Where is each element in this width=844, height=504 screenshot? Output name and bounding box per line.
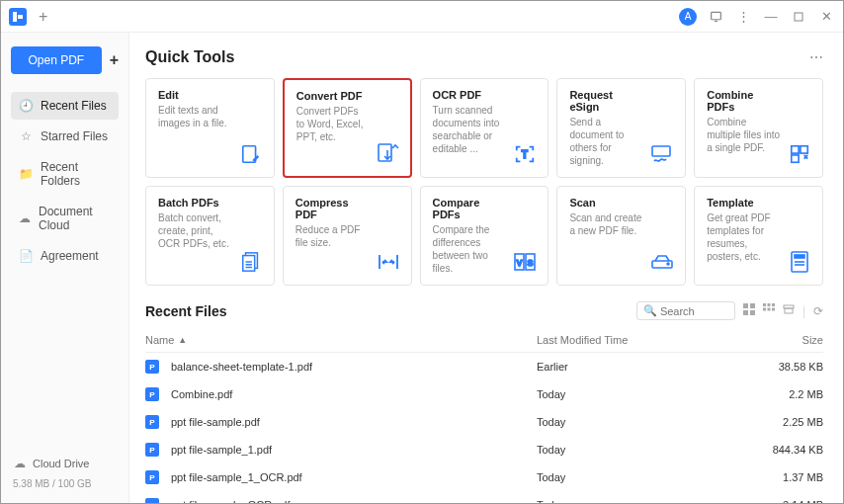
svg-text:V: V [517, 258, 523, 268]
open-pdf-button[interactable]: Open PDF [11, 46, 102, 74]
svg-rect-37 [785, 308, 793, 313]
svg-rect-12 [243, 256, 255, 272]
col-modified-header[interactable]: Last Modified Time [537, 334, 754, 346]
search-input[interactable] [660, 305, 731, 317]
sidebar-item-document-cloud[interactable]: ☁Document Cloud [11, 198, 119, 239]
tool-card-combine-pdfs[interactable]: Combine PDFsCombine multiple files into … [694, 78, 823, 178]
convert-icon [375, 140, 400, 166]
file-row[interactable]: Pppt file-sample_OCR.pdfToday3.14 MB [145, 491, 823, 503]
svg-rect-30 [763, 303, 766, 306]
file-row[interactable]: Pppt file-sample_1_OCR.pdfToday1.37 MB [145, 463, 823, 491]
card-title: Compress PDF [295, 197, 370, 220]
tool-card-compare-pdfs[interactable]: Compare PDFsCompare the differences betw… [420, 186, 549, 286]
minimize-button[interactable]: — [762, 8, 780, 26]
sidebar-item-recent-files[interactable]: 🕘Recent Files [11, 92, 119, 120]
card-subtitle: Edit texts and images in a file. [158, 104, 232, 129]
maximize-button[interactable] [790, 8, 807, 26]
tool-card-scan[interactable]: ScanScan and create a new PDF file. [556, 186, 686, 286]
file-name: ppt file-sample_OCR.pdf [171, 499, 290, 503]
file-row[interactable]: Pppt file-sample.pdfToday2.25 MB [145, 408, 823, 436]
file-size: 1.37 MB [754, 471, 823, 483]
file-modified: Earlier [537, 361, 754, 373]
file-name: ppt file-sample_1_OCR.pdf [171, 471, 302, 483]
sidebar-item-label: Recent Files [41, 99, 107, 113]
tool-card-compress-pdf[interactable]: Compress PDFReduce a PDF file size. [283, 186, 412, 286]
file-size: 3.14 MB [754, 499, 823, 503]
card-subtitle: Convert PDFs to Word, Excel, PPT, etc. [296, 105, 369, 143]
batch-icon [238, 249, 264, 275]
pdf-file-icon: P [145, 470, 159, 484]
combine-icon [787, 141, 812, 167]
compare-icon: VS [512, 249, 538, 275]
clock-icon: 🕘 [19, 99, 33, 113]
edit-icon [238, 141, 264, 167]
file-size: 2.25 MB [754, 416, 823, 428]
svg-rect-0 [13, 12, 17, 22]
tool-card-ocr-pdf[interactable]: OCR PDFTurn scanned documents into searc… [420, 78, 549, 178]
title-bar: + A ⋮ — ✕ [1, 1, 843, 33]
file-modified: Today [537, 416, 754, 428]
new-tab-button[interactable]: + [39, 8, 47, 26]
add-file-button[interactable]: + [110, 51, 119, 69]
main-panel: Quick Tools ⋯ EditEdit texts and images … [129, 33, 843, 503]
svg-rect-29 [750, 310, 755, 315]
card-title: Template [707, 197, 781, 209]
card-title: Edit [158, 89, 232, 101]
card-subtitle: Get great PDF templates for resumes, pos… [707, 211, 781, 263]
user-avatar[interactable]: A [679, 8, 697, 26]
card-subtitle: Send a document to others for signing. [569, 116, 643, 167]
tool-card-edit[interactable]: EditEdit texts and images in a file. [145, 78, 275, 178]
card-title: Batch PDFs [158, 197, 232, 209]
cloud-label: Cloud Drive [33, 458, 89, 469]
card-subtitle: Batch convert, create, print, OCR PDFs, … [158, 211, 232, 250]
file-row[interactable]: Pppt file-sample_1.pdfToday844.34 KB [145, 436, 823, 463]
tool-card-template[interactable]: TemplateGet great PDF templates for resu… [694, 186, 823, 286]
col-size-header[interactable]: Size [754, 334, 823, 346]
ocr-icon: T [512, 141, 538, 167]
star-icon: ☆ [19, 129, 33, 143]
svg-rect-9 [801, 146, 807, 153]
pdf-file-icon: P [145, 415, 159, 429]
doc-icon: 📄 [19, 249, 33, 263]
sidebar-item-agreement[interactable]: 📄Agreement [11, 242, 119, 270]
menu-dots-icon[interactable]: ⋮ [734, 8, 752, 26]
svg-rect-33 [763, 308, 766, 311]
file-name: balance-sheet-template-1.pdf [171, 361, 312, 373]
cloud-drive-item[interactable]: ☁ Cloud Drive [11, 451, 119, 476]
sidebar-item-recent-folders[interactable]: 📁Recent Folders [11, 153, 119, 195]
pdf-file-icon: P [145, 360, 159, 374]
col-name-header[interactable]: Name▲ [145, 334, 537, 346]
close-button[interactable]: ✕ [817, 8, 835, 26]
refresh-icon[interactable]: ⟳ [813, 304, 823, 318]
file-size: 38.58 KB [754, 361, 823, 373]
cloud-icon: ☁ [19, 211, 31, 225]
svg-text:T: T [522, 149, 529, 160]
view-grid-icon[interactable] [763, 303, 775, 318]
archive-icon[interactable] [783, 303, 795, 318]
scan-icon [649, 249, 675, 275]
view-list-icon[interactable] [743, 303, 755, 318]
svg-rect-31 [767, 303, 770, 306]
tool-card-batch-pdfs[interactable]: Batch PDFsBatch convert, create, print, … [145, 186, 275, 286]
svg-point-21 [667, 263, 669, 265]
file-size: 844.34 KB [754, 444, 823, 456]
file-name: ppt file-sample.pdf [171, 416, 260, 428]
card-title: Compare PDFs [433, 197, 507, 220]
search-icon: 🔍 [643, 304, 657, 317]
file-row[interactable]: Pbalance-sheet-template-1.pdfEarlier38.5… [145, 353, 823, 380]
sidebar-item-label: Recent Folders [41, 160, 111, 188]
file-modified: Today [537, 388, 754, 400]
file-row[interactable]: PCombine.pdfToday2.2 MB [145, 380, 823, 408]
tool-card-convert-pdf[interactable]: Convert PDFConvert PDFs to Word, Excel, … [283, 78, 412, 178]
quick-tools-menu-button[interactable]: ⋯ [809, 49, 823, 65]
cloud-icon: ☁ [13, 457, 27, 470]
pdf-file-icon: P [145, 387, 159, 401]
sidebar-item-starred-files[interactable]: ☆Starred Files [11, 123, 119, 150]
message-icon[interactable] [707, 8, 724, 26]
storage-usage: 5.38 MB / 100 GB [11, 476, 119, 489]
card-subtitle: Reduce a PDF file size. [295, 223, 370, 249]
sidebar-item-label: Agreement [41, 249, 99, 263]
tool-card-request-esign[interactable]: Request eSignSend a document to others f… [556, 78, 686, 178]
search-input-wrapper[interactable]: 🔍 [636, 301, 735, 320]
card-subtitle: Turn scanned documents into searchable o… [433, 104, 507, 155]
